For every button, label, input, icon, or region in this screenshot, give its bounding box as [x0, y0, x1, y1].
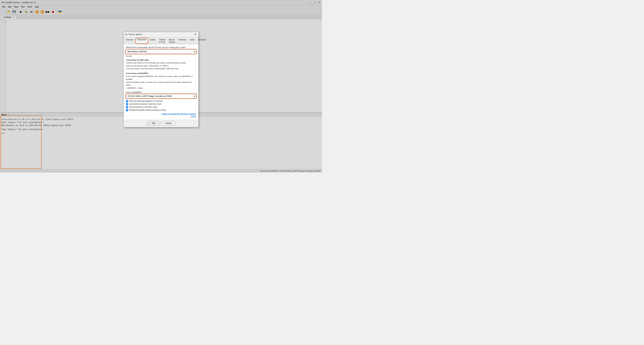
tab-run-debug[interactable]: Run & Debug	[167, 38, 177, 44]
checkboxes-area: Interrupt working program on connect Syn…	[126, 100, 196, 111]
tab-shell[interactable]: Shell	[188, 38, 196, 44]
checkbox-interrupt-input[interactable]	[126, 100, 128, 102]
info-line-4: If you can't find it, you may need to in…	[126, 67, 196, 70]
tab-theme-font[interactable]: Theme & Font	[157, 38, 167, 44]
tab-general[interactable]: General	[124, 38, 135, 44]
dialog-title-text: Thonny options	[128, 33, 142, 36]
tab-editor[interactable]: Editor	[148, 38, 157, 44]
checkbox-sync-clock-label: Synchronize device's real time clock	[129, 103, 161, 105]
tab-terminal[interactable]: Terminal	[177, 38, 188, 44]
interpreter-question: Which kind of interpreter should Thonny …	[126, 46, 196, 49]
info-line-3: (look for your device name, "USB Serial"…	[126, 65, 196, 68]
tab-interpreter[interactable]: Interpreter	[135, 38, 148, 44]
port-label: Port or WebREPL	[126, 91, 196, 94]
dialog-tabs: General Interpreter Editor Theme & Font …	[124, 37, 198, 44]
info-line-2: Connect your device to the computer and …	[126, 62, 196, 65]
info-line-webrepl-1: Connecting via WebREPL:	[126, 72, 196, 75]
interpreter-select[interactable]: MicroPython (ESP32)	[126, 50, 196, 54]
dialog-content: Which kind of interpreter should Thonny …	[124, 44, 198, 120]
checkbox-local-time-input[interactable]	[126, 106, 128, 108]
dialog-title-bar: Th Thonny options ✕	[124, 32, 198, 37]
tab-assistant[interactable]: Assistant	[196, 38, 208, 44]
interpreter-select-wrap: MicroPython (ESP32)	[126, 50, 196, 54]
install-link-row: Install or update MicroPython (esptool) …	[126, 113, 196, 118]
checkbox-restart-interpreter: Restart interpreter before running a scr…	[126, 109, 196, 111]
info-line-webrepl-3: (import webrepl_setup), connect your com…	[126, 81, 196, 87]
thonny-options-dialog: Th Thonny options ✕ General Interpreter …	[124, 32, 198, 127]
info-line-1: Connecting via USB cable:	[126, 59, 196, 62]
checkbox-sync-clock-input[interactable]	[126, 103, 128, 105]
info-line-webrepl-4: < WebREPL > below	[126, 87, 196, 90]
port-select[interactable]: CP2102 USB to UART Bridge Controller ◈ C…	[126, 94, 196, 98]
install-micropython-link[interactable]: Install or update MicroPython (esptool) …	[162, 113, 196, 118]
link-line-1: Install or update MicroPython (esptool)	[162, 113, 196, 115]
info-line-webrepl-2: If your device supports WebREPL, first c…	[126, 75, 196, 81]
details-label: Details	[126, 55, 196, 57]
checkbox-interrupt-label: Interrupt working program on connect	[129, 100, 162, 102]
info-text-webrepl: Connecting via WebREPL: If your device s…	[126, 72, 196, 90]
link-line-2: (UF2)	[191, 115, 196, 118]
checkbox-local-time: Use local time in real time clock	[126, 106, 196, 108]
dialog-buttons: OK Cancel	[124, 120, 198, 127]
cancel-button[interactable]: Cancel	[162, 121, 175, 125]
checkbox-sync-clock: Synchronize device's real time clock	[126, 103, 196, 105]
port-select-wrap: CP2102 USB to UART Bridge Controller ◈ C…	[126, 94, 196, 98]
checkbox-restart-interpreter-label: Restart interpreter before running a scr…	[129, 109, 166, 111]
checkbox-interrupt: Interrupt working program on connect	[126, 100, 196, 102]
dialog-overlay: Th Thonny options ✕ General Interpreter …	[0, 0, 322, 173]
dialog-close-button[interactable]: ✕	[194, 33, 197, 36]
info-text-usb: Connecting via USB cable: Connect your d…	[126, 59, 196, 70]
dialog-title: Th Thonny options	[125, 33, 142, 36]
checkbox-local-time-label: Use local time in real time clock	[129, 106, 157, 108]
checkbox-restart-interpreter-input[interactable]	[126, 109, 128, 111]
ok-button[interactable]: OK	[147, 121, 160, 125]
dialog-icon: Th	[125, 33, 127, 36]
